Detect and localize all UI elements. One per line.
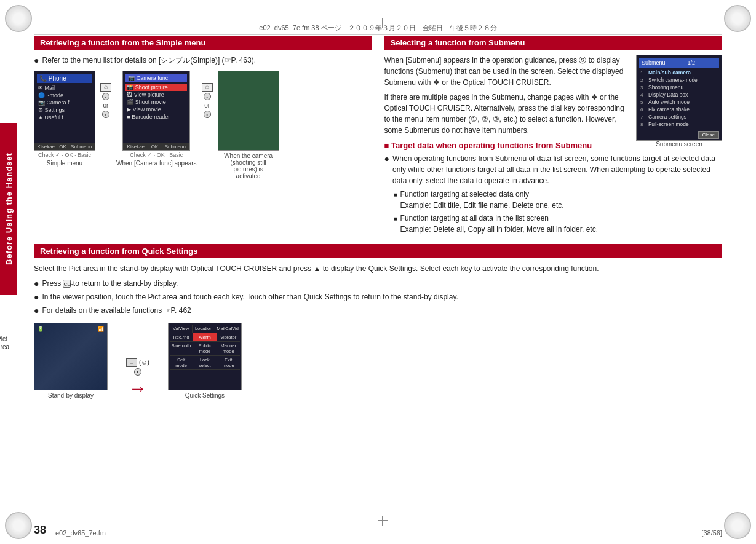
quick-settings-display-container: ValView Location MailCalVid Rec.rnd Alar… <box>168 323 242 399</box>
corner-decoration-tr <box>724 5 751 32</box>
qs-alarm: Alarm <box>193 333 217 341</box>
corner-decoration-tl <box>5 5 32 32</box>
clr-button-icon: CLR <box>63 280 71 288</box>
submenu-section: Selecting a function from Submenu Submen… <box>384 36 723 237</box>
arrow-block: □ (☺) • → <box>126 358 149 399</box>
circle-btn: • <box>134 368 141 376</box>
quick-bullet3: ● For details on the available functions… <box>34 305 722 316</box>
photo-overlay: Settings Panorama Submenu Expo <box>218 71 279 71</box>
quick-settings-display: ValView Location MailCalVid Rec.rnd Alar… <box>168 323 242 390</box>
submenu-item-4: 4Display Data box <box>639 91 719 98</box>
shoot-picture-item: 📸 Shoot picture <box>125 84 187 91</box>
submenu-screen-container: Submenu 1/2 1 Main/sub camera 2Switch ca… <box>636 55 722 148</box>
qs-manner-mode: Manner mode <box>217 342 240 355</box>
qs-lock-select: Lock select <box>193 356 217 369</box>
crosshair-bottom <box>378 516 388 526</box>
simple-menu-label: Simple menu <box>47 160 82 167</box>
footer-pages: [38/56] <box>701 529 722 537</box>
quick-bullet1: ● Press CLR to return to the stand-by di… <box>34 278 722 289</box>
or-indicator-2: ☺ • or • <box>202 71 213 118</box>
phone-title: 📞 Phone <box>37 74 92 83</box>
standby-label: Stand-by display <box>34 392 108 399</box>
target-item1: ■ Function targeting at selected data on… <box>394 189 723 211</box>
quick-settings-section: Retrieving a function from Quick Setting… <box>34 244 722 399</box>
corner-decoration-br <box>724 512 751 539</box>
sidebar-label: Before Using the Handset <box>4 153 14 266</box>
quick-settings-row: Pictarea 📶 🔋 Stand-by display <box>34 323 722 399</box>
simple-menu-screen: 📞 Phone ✉ Mail 🔵 i-mode 📷 Camera f ⚙ Set… <box>34 71 95 151</box>
qs-row-2: Rec.rnd Alarm Vibrator <box>170 333 240 342</box>
qs-public-mode: Public mode <box>193 342 217 355</box>
menu-item-imode: 🔵 i-mode <box>37 92 92 99</box>
main-content: Retrieving a function from the Simple me… <box>34 36 722 510</box>
submenu-header: Selecting a function from Submenu <box>384 36 723 50</box>
submenu-item-6: 6Fix camera shake <box>639 106 719 113</box>
simple-menu-container: 📞 Phone ✉ Mail 🔵 i-mode 📷 Camera f ⚙ Set… <box>34 71 95 167</box>
qs-location: Location <box>193 325 215 333</box>
shooting-container: Settings Panorama Submenu Expo When the … <box>218 71 279 179</box>
camera-bottom-bar: KisekaeOKSubmenu <box>123 143 189 150</box>
qs-vibrator: Vibrator <box>217 333 240 341</box>
view-picture-item: 🖼 View picture <box>125 91 187 98</box>
submenu-title-bar: Submenu 1/2 <box>639 58 719 68</box>
camera-func-screen: 📷 Camera func 📸 Shoot picture 🖼 View pic… <box>122 71 190 151</box>
menu-item-camera: 📷 Camera f <box>37 99 92 106</box>
or-label-2: or <box>204 102 210 109</box>
menu-images-row: 📞 Phone ✉ Mail 🔵 i-mode 📷 Camera f ⚙ Set… <box>34 71 372 179</box>
camera-func-label: When [Camera func] appears <box>116 160 197 167</box>
shooting-screen: Settings Panorama Submenu Expo <box>218 71 279 151</box>
submenu-item-main: 1 Main/sub camera <box>639 69 719 76</box>
qs-exit-mode: Exit mode <box>217 356 240 369</box>
quick-settings-label: Quick Settings <box>168 392 242 399</box>
standby-content: 📶 🔋 <box>34 323 107 390</box>
quick-settings-body: Select the Pict area in the stand-by dis… <box>34 263 722 274</box>
qs-recrnd: Rec.rnd <box>170 333 193 341</box>
qs-row-4: Self mode Lock select Exit mode <box>170 356 240 370</box>
crosshair-top <box>378 18 388 28</box>
menu-item-useful: ★ Useful f <box>37 114 92 121</box>
qs-self-mode: Self mode <box>170 356 193 369</box>
btn-indicator-2: ☺ <box>202 83 213 92</box>
check-bar-simple: Check ✓ · OK · Basic <box>38 152 91 158</box>
submenu-item-7: 7Camera settings <box>639 113 719 120</box>
btn-indicator: ☺ <box>100 83 111 92</box>
quick-bullet2: ● In the viewer position, touch the Pict… <box>34 291 722 302</box>
submenu-screen: Submenu 1/2 1 Main/sub camera 2Switch ca… <box>636 55 722 141</box>
target-item2: ■ Function targeting at all data in the … <box>394 213 723 235</box>
standby-container: Pictarea 📶 🔋 Stand-by display <box>34 323 108 399</box>
target-body: ● When operating functions from Submenu … <box>384 153 723 186</box>
simple-menu-section: Retrieving a function from the Simple me… <box>34 36 372 237</box>
barcode-item: ■ Barcode reader <box>125 113 187 120</box>
qs-valview: ValView <box>170 325 193 333</box>
qs-row-3: Bluetooth Public mode Manner mode <box>170 342 240 356</box>
target-section: ■ Target data when operating functions f… <box>384 141 723 235</box>
camera-func-container: 📷 Camera func 📸 Shoot picture 🖼 View pic… <box>116 71 197 167</box>
qs-row-1: ValView Location MailCalVid <box>170 325 240 333</box>
quick-settings-header: Retrieving a function from Quick Setting… <box>34 244 722 258</box>
shoot-movie-item: 🎬 Shoot movie <box>125 98 187 106</box>
shooting-label: When the camera (shooting still pictures… <box>221 152 276 179</box>
menu-item-settings: ⚙ Settings <box>37 106 92 114</box>
top-row: Retrieving a function from the Simple me… <box>34 36 722 237</box>
check-bar-camera: Check ✓ · OK · Basic <box>130 152 183 158</box>
camera-func-title: 📷 Camera func <box>125 74 187 82</box>
menu-bottom-bar: KisekaeOKSubmenu <box>34 143 95 150</box>
submenu-item-8: 8Full-screen mode <box>639 120 719 128</box>
footer-file: e02_dv65_7e.fm <box>55 529 106 537</box>
qs-mailcalvid: MailCalVid <box>215 325 240 333</box>
bullet-dot: ● <box>34 55 39 66</box>
submenu-item-3: 3Shooting menu <box>639 84 719 91</box>
qs-bluetooth: Bluetooth <box>170 342 193 355</box>
or-indicator-1: ☺ • or • <box>100 71 111 118</box>
close-button: Close <box>698 131 719 139</box>
simple-menu-header: Retrieving a function from the Simple me… <box>34 36 372 50</box>
or-label-1: or <box>103 102 109 109</box>
footer-bar: e02_dv65_7e.fm [38/56] <box>34 527 722 537</box>
submenu-item-2: 2Switch camera-mode <box>639 76 719 84</box>
standby-screen: 📶 🔋 <box>34 323 108 390</box>
simple-menu-bullet1: ● Refer to the menu list for details on … <box>34 55 372 66</box>
btn-box-qs: □ <box>126 358 137 367</box>
corner-decoration-bl <box>5 512 32 539</box>
view-movie-item: ▶ View movie <box>125 106 187 113</box>
sidebar-tab: Before Using the Handset <box>0 123 17 295</box>
